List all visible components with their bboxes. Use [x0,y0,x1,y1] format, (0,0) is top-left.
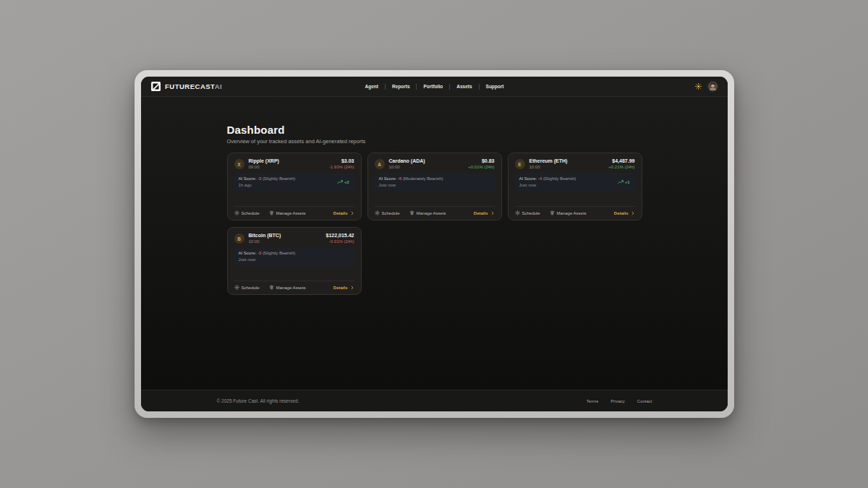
nav-item-agent[interactable]: Agent [365,84,378,89]
price-change: -0.01% (24h) [326,239,354,244]
asset-name: Ethereum (ETH) [529,158,568,163]
schedule-label: Schedule [382,211,400,215]
manage-assets-button[interactable]: Manage Assets [409,210,446,215]
footer-link-privacy[interactable]: Privacy [610,399,625,403]
ai-score-line: AI Score: -3 (Slightly Bearish) [239,176,350,181]
page-footer: © 2025 Future Cast. All rights reserved.… [141,390,728,411]
gear-icon [234,285,239,290]
asset-card: X Ripple (XRP) 09:00 $3.03 -1.93% (24h) … [227,153,362,221]
ai-score-label: AI Score: [519,176,537,181]
user-avatar-image [708,82,718,91]
ai-score-value: -3 [258,251,261,255]
gear-icon [375,210,380,215]
asset-initial-badge: B [234,234,244,244]
asset-initial-badge: X [234,159,244,169]
chevron-right-icon [490,211,495,215]
asset-card: A Cardano (ADA) 10:00 $0.83 +0.01% (24h)… [367,153,502,221]
sun-icon [695,83,702,90]
nav-item-assets[interactable]: Assets [456,84,472,89]
ai-sentiment: (Slightly Bearish) [263,176,295,181]
schedule-button[interactable]: Schedule [375,210,400,215]
schedule-button[interactable]: Schedule [515,210,540,215]
trash-icon [269,210,274,215]
manage-assets-label: Manage Assets [276,286,306,290]
price-change: +0.21% (24h) [608,165,634,169]
asset-identity: Ethereum (ETH) 10:00 [529,158,568,169]
asset-price: $0.83 [468,158,494,163]
asset-time: 10:00 [249,239,281,244]
manage-assets-button[interactable]: Manage Assets [269,210,306,215]
asset-price-block: $3.03 -1.93% (24h) [329,158,354,169]
asset-card-header: A Cardano (ADA) 10:00 $0.83 +0.01% (24h) [375,158,495,169]
details-button[interactable]: Details [474,211,495,215]
ai-score-line: AI Score: -4 (Slightly Bearish) [519,176,631,181]
trash-icon [269,285,274,290]
schedule-label: Schedule [242,286,260,290]
details-button[interactable]: Details [333,286,354,290]
brand-logo[interactable]: FUTURECASTAI [151,82,222,91]
ai-score-label: AI Score: [239,251,257,255]
asset-price-block: $4,487.99 +0.21% (24h) [608,158,634,169]
ai-score-panel: AI Score: -4 (Slightly Bearish) Just now… [515,174,635,191]
schedule-label: Schedule [242,211,260,215]
schedule-button[interactable]: Schedule [234,210,260,215]
manage-assets-label: Manage Assets [417,211,446,215]
details-label: Details [614,211,629,215]
topbar-actions [695,82,718,91]
trending-up-icon [618,179,624,185]
ai-sentiment: (Moderately Bearish) [403,176,443,181]
footer-links: Terms Privacy Contact [587,399,652,403]
manage-assets-label: Manage Assets [557,211,587,215]
ai-updated-time: Just now [239,257,350,262]
theme-toggle-button[interactable] [695,83,702,90]
asset-initial: B [237,236,241,241]
chevron-right-icon [631,211,635,215]
nav-separator [449,84,450,90]
asset-initial: X [237,162,240,167]
ai-score-label: AI Score: [239,176,257,181]
schedule-button[interactable]: Schedule [234,285,260,290]
footer-link-contact[interactable]: Contact [637,399,652,403]
ai-score-panel: AI Score: -3 (Slightly Bearish) Just now [234,248,354,265]
copyright-text: © 2025 Future Cast. All rights reserved. [217,398,299,403]
ai-score-label: AI Score: [379,176,397,181]
brand-name: FUTURECASTAI [165,82,222,90]
trash-icon [550,210,555,215]
asset-initial: E [518,162,521,167]
trend-delta: +2 [344,180,349,184]
asset-price: $4,487.99 [608,158,634,163]
page-subtitle: Overview of your tracked assets and AI-g… [227,138,642,145]
asset-card: E Ethereum (ETH) 10:00 $4,487.99 +0.21% … [508,153,642,221]
footer-link-terms[interactable]: Terms [587,399,598,403]
asset-price-block: $0.83 +0.01% (24h) [468,158,494,169]
details-label: Details [474,211,488,215]
nav-separator [417,84,417,90]
asset-price: $122,015.42 [326,233,354,238]
manage-assets-button[interactable]: Manage Assets [269,285,306,290]
ai-updated-time: Just now [379,183,490,187]
manage-assets-button[interactable]: Manage Assets [550,210,587,215]
ai-score-line: AI Score: -6 (Moderately Bearish) [379,176,490,181]
main-content: Dashboard Overview of your tracked asset… [141,97,728,390]
asset-identity: Cardano (ADA) 10:00 [389,158,425,169]
main-nav: Agent Reports Portfolio Assets Support [365,84,504,90]
asset-card-actions: Schedule Manage Assets Details [515,206,635,215]
asset-card-header: X Ripple (XRP) 09:00 $3.03 -1.93% (24h) [234,158,354,169]
asset-time: 10:00 [389,165,425,169]
nav-item-reports[interactable]: Reports [392,84,410,89]
details-button[interactable]: Details [614,211,635,215]
ai-sentiment: (Slightly Bearish) [543,176,576,181]
nav-item-portfolio[interactable]: Portfolio [424,84,443,89]
ai-score-value: -4 [538,176,542,181]
trash-icon [409,210,414,215]
details-button[interactable]: Details [333,211,354,215]
app-window: FUTURECASTAI Agent Reports Portfolio Ass… [141,77,728,411]
asset-name: Ripple (XRP) [249,158,279,163]
device-frame: FUTURECASTAI Agent Reports Portfolio Ass… [135,70,734,418]
user-avatar[interactable] [708,82,718,91]
nav-item-support[interactable]: Support [486,84,504,89]
asset-card-header: B Bitcoin (BTC) 10:00 $122,015.42 -0.01%… [234,233,354,244]
price-change: -1.93% (24h) [329,165,354,169]
ai-score-panel: AI Score: -3 (Slightly Bearish) 1h ago +… [234,174,354,191]
futurecast-logo-icon [151,82,161,91]
